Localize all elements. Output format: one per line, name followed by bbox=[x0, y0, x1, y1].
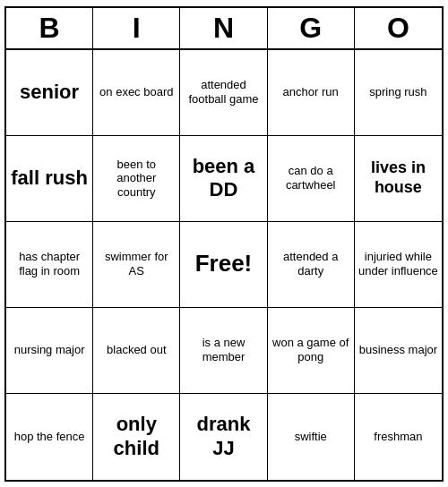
bingo-cell-9: lives in house bbox=[355, 136, 442, 222]
bingo-cell-1: on exec board bbox=[93, 50, 180, 136]
bingo-cell-23: swiftie bbox=[268, 394, 355, 480]
header-letter-b: B bbox=[6, 8, 93, 48]
bingo-card: BINGO senioron exec boardattended footba… bbox=[4, 6, 444, 482]
bingo-cell-22: drank JJ bbox=[180, 394, 267, 480]
bingo-cell-20: hop the fence bbox=[6, 394, 93, 480]
bingo-grid: senioron exec boardattended football gam… bbox=[6, 50, 442, 480]
bingo-cell-0: senior bbox=[6, 50, 93, 136]
bingo-cell-5: fall rush bbox=[6, 136, 93, 222]
bingo-cell-17: is a new member bbox=[180, 308, 267, 394]
bingo-cell-10: has chapter flag in room bbox=[6, 222, 93, 308]
bingo-cell-24: freshman bbox=[355, 394, 442, 480]
bingo-cell-4: spring rush bbox=[355, 50, 442, 136]
bingo-cell-13: attended a darty bbox=[268, 222, 355, 308]
bingo-cell-21: only child bbox=[93, 394, 180, 480]
bingo-cell-18: won a game of pong bbox=[268, 308, 355, 394]
header-letter-g: G bbox=[268, 8, 355, 48]
bingo-cell-14: injuried while under influence bbox=[355, 222, 442, 308]
bingo-cell-8: can do a cartwheel bbox=[268, 136, 355, 222]
bingo-cell-3: anchor run bbox=[268, 50, 355, 136]
bingo-cell-19: business major bbox=[355, 308, 442, 394]
bingo-cell-12: Free! bbox=[180, 222, 267, 308]
bingo-cell-7: been a DD bbox=[180, 136, 267, 222]
bingo-header: BINGO bbox=[6, 8, 442, 50]
bingo-cell-6: been to another country bbox=[93, 136, 180, 222]
header-letter-i: I bbox=[93, 8, 180, 48]
bingo-cell-11: swimmer for AS bbox=[93, 222, 180, 308]
bingo-cell-2: attended football game bbox=[180, 50, 267, 136]
header-letter-n: N bbox=[180, 8, 267, 48]
bingo-cell-15: nursing major bbox=[6, 308, 93, 394]
bingo-cell-16: blacked out bbox=[93, 308, 180, 394]
header-letter-o: O bbox=[355, 8, 442, 48]
